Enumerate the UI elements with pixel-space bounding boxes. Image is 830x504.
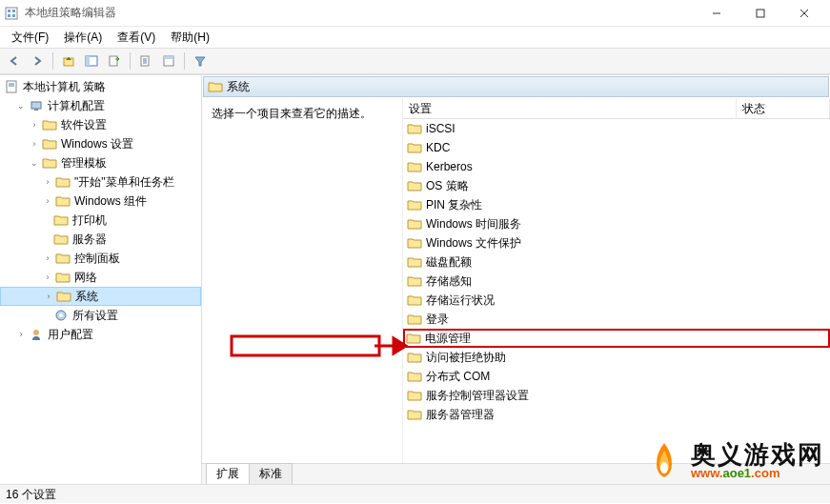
- tree-root[interactable]: 本地计算机 策略: [0, 77, 201, 96]
- menu-action[interactable]: 操作(A): [56, 28, 110, 48]
- item-label: 服务器管理器: [426, 407, 495, 423]
- folder-icon: [53, 232, 69, 247]
- list-item[interactable]: 存储感知: [403, 272, 830, 291]
- svg-rect-19: [7, 81, 16, 92]
- menubar: 文件(F) 操作(A) 查看(V) 帮助(H): [0, 27, 830, 48]
- minimize-button[interactable]: [695, 0, 739, 27]
- menu-file[interactable]: 文件(F): [4, 28, 56, 48]
- svg-rect-12: [110, 56, 117, 66]
- item-label: KDC: [426, 141, 450, 154]
- list-item[interactable]: 存储运行状况: [403, 291, 830, 310]
- folder-icon: [55, 270, 71, 285]
- close-button[interactable]: [782, 0, 826, 27]
- tree-windows-settings[interactable]: › Windows 设置: [0, 134, 201, 153]
- tab-standard[interactable]: 标准: [249, 463, 293, 484]
- menu-help[interactable]: 帮助(H): [163, 28, 217, 48]
- svg-rect-23: [34, 109, 38, 111]
- expand-icon[interactable]: ›: [43, 291, 54, 302]
- list-item[interactable]: Windows 时间服务: [403, 214, 830, 233]
- expand-icon[interactable]: ›: [29, 119, 40, 131]
- list-item[interactable]: 访问被拒绝协助: [403, 348, 830, 367]
- svg-rect-6: [757, 10, 764, 17]
- collapse-icon[interactable]: ⌄: [29, 157, 40, 169]
- tree-pane[interactable]: 本地计算机 策略 ⌄ 计算机配置 › 软件设置 › Windows 设置 ⌄ 管…: [0, 75, 202, 484]
- list-item[interactable]: OS 策略: [403, 176, 830, 195]
- export-button[interactable]: [104, 50, 125, 71]
- forward-button[interactable]: [27, 50, 48, 71]
- tree-windows-components[interactable]: › Windows 组件: [0, 192, 201, 211]
- tree-system[interactable]: › 系统: [0, 287, 201, 306]
- tree-network[interactable]: › 网络: [0, 268, 201, 287]
- expand-icon[interactable]: ›: [29, 138, 40, 150]
- list-item[interactable]: Kerberos: [403, 157, 830, 176]
- policy-icon: [4, 79, 19, 94]
- folder-icon: [407, 141, 422, 154]
- list-item[interactable]: 电源管理: [403, 329, 830, 348]
- item-label: 存储感知: [426, 273, 472, 290]
- folder-icon: [407, 389, 422, 402]
- item-label: 登录: [426, 312, 449, 328]
- column-name[interactable]: 设置: [403, 98, 737, 118]
- tree-start-taskbar[interactable]: › "开始"菜单和任务栏: [0, 172, 201, 192]
- item-label: Windows 文件保护: [426, 235, 521, 252]
- folder-icon: [406, 332, 421, 345]
- up-button[interactable]: [58, 50, 79, 71]
- list-item[interactable]: PIN 复杂性: [403, 195, 830, 214]
- folder-icon: [208, 80, 223, 93]
- expand-icon[interactable]: ›: [15, 329, 27, 340]
- statusbar: 16 个设置: [0, 484, 830, 503]
- expand-icon[interactable]: ›: [42, 195, 53, 207]
- item-label: 磁盘配额: [426, 254, 472, 271]
- folder-icon: [407, 274, 422, 288]
- tree-computer-config[interactable]: ⌄ 计算机配置: [0, 96, 201, 115]
- svg-rect-1: [8, 10, 10, 12]
- list-item[interactable]: 登录: [403, 310, 830, 329]
- list-item[interactable]: 服务控制管理器设置: [403, 386, 830, 405]
- list-item[interactable]: 分布式 COM: [403, 367, 830, 386]
- tree-printers[interactable]: 打印机: [0, 211, 201, 230]
- list-item[interactable]: iSCSI: [403, 119, 830, 138]
- show-hide-tree-button[interactable]: [81, 50, 102, 71]
- filter-button[interactable]: [190, 50, 211, 71]
- toolbar: [0, 48, 830, 74]
- tree-all-settings[interactable]: 所有设置: [0, 306, 201, 325]
- folder-icon: [407, 255, 422, 269]
- watermark-url: www.aoe1.com: [691, 467, 824, 479]
- expand-icon[interactable]: ›: [42, 272, 53, 283]
- item-label: Kerberos: [426, 160, 473, 173]
- list-item[interactable]: 服务器管理器: [403, 405, 830, 424]
- status-text: 16 个设置: [6, 488, 56, 501]
- list-body[interactable]: iSCSIKDCKerberosOS 策略PIN 复杂性Windows 时间服务…: [403, 119, 830, 463]
- tree-software-settings[interactable]: › 软件设置: [0, 115, 201, 134]
- expand-icon[interactable]: ›: [42, 252, 53, 264]
- item-label: iSCSI: [426, 122, 455, 135]
- description-column: 选择一个项目来查看它的描述。: [202, 98, 402, 463]
- tree-control-panel[interactable]: › 控制面板: [0, 249, 201, 268]
- column-state[interactable]: 状态: [737, 98, 830, 118]
- folder-icon: [42, 155, 57, 171]
- list-item[interactable]: Windows 文件保护: [403, 233, 830, 252]
- collapse-icon[interactable]: ⌄: [15, 100, 27, 111]
- svg-rect-3: [8, 14, 10, 17]
- refresh-button[interactable]: [158, 50, 179, 71]
- maximize-button[interactable]: [739, 0, 782, 27]
- folder-icon: [56, 289, 71, 304]
- list-item[interactable]: KDC: [403, 138, 830, 157]
- tree-admin-templates[interactable]: ⌄ 管理模板: [0, 153, 201, 172]
- back-button[interactable]: [4, 50, 25, 71]
- content-pane: 系统 选择一个项目来查看它的描述。 设置 状态 iSCSIKDCKerberos…: [202, 75, 830, 484]
- folder-icon: [55, 174, 71, 190]
- tree-user-config[interactable]: › 用户配置: [0, 325, 201, 344]
- list-item[interactable]: 磁盘配额: [403, 252, 830, 272]
- app-icon: [4, 6, 19, 21]
- menu-view[interactable]: 查看(V): [110, 28, 163, 48]
- expand-icon[interactable]: ›: [42, 176, 53, 188]
- properties-button[interactable]: [135, 50, 156, 71]
- folder-icon: [53, 212, 69, 228]
- tree-server[interactable]: 服务器: [0, 230, 201, 249]
- computer-icon: [29, 98, 44, 113]
- folder-icon: [407, 122, 422, 135]
- tab-extended[interactable]: 扩展: [206, 463, 250, 484]
- svg-point-26: [33, 330, 39, 335]
- folder-icon: [407, 312, 422, 326]
